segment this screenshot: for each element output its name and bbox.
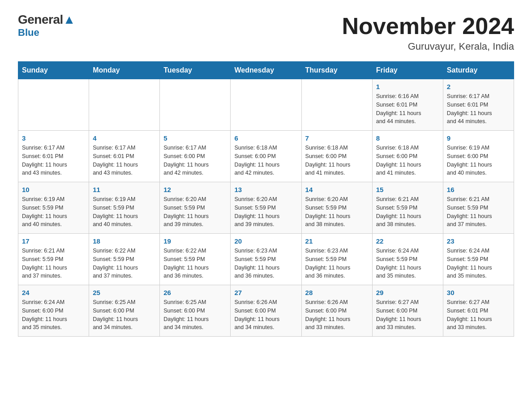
calendar-day-cell: 26Sunrise: 6:25 AM Sunset: 6:00 PM Dayli… (160, 285, 231, 337)
location-title: Guruvayur, Kerala, India (342, 41, 514, 52)
day-number: 11 (93, 186, 156, 193)
calendar-day-cell: 21Sunrise: 6:23 AM Sunset: 5:59 PM Dayli… (301, 234, 372, 285)
calendar-week-row: 24Sunrise: 6:24 AM Sunset: 6:00 PM Dayli… (18, 285, 514, 337)
day-info: Sunrise: 6:19 AM Sunset: 6:00 PM Dayligh… (447, 144, 510, 177)
header-sunday: Sunday (18, 62, 89, 79)
day-number: 17 (22, 237, 85, 245)
logo-triangle-icon: ▲ (63, 13, 75, 26)
day-info: Sunrise: 6:26 AM Sunset: 6:00 PM Dayligh… (305, 298, 369, 332)
calendar-day-cell (301, 79, 372, 131)
day-number: 6 (234, 134, 297, 142)
header-friday: Friday (372, 62, 443, 79)
day-info: Sunrise: 6:27 AM Sunset: 6:01 PM Dayligh… (447, 298, 510, 332)
day-info: Sunrise: 6:17 AM Sunset: 6:01 PM Dayligh… (22, 144, 85, 177)
calendar-week-row: 17Sunrise: 6:21 AM Sunset: 5:59 PM Dayli… (18, 234, 514, 285)
page-header: General▲ Blue November 2024 Guruvayur, K… (18, 13, 514, 52)
logo-text-general: General▲ (18, 13, 75, 26)
day-info: Sunrise: 6:20 AM Sunset: 5:59 PM Dayligh… (163, 195, 227, 229)
day-number: 1 (376, 83, 439, 90)
day-number: 23 (447, 237, 510, 245)
calendar-day-cell: 23Sunrise: 6:24 AM Sunset: 5:59 PM Dayli… (443, 234, 514, 285)
calendar-day-cell: 8Sunrise: 6:18 AM Sunset: 6:00 PM Daylig… (372, 131, 443, 182)
header-saturday: Saturday (443, 62, 514, 79)
day-number: 18 (93, 237, 156, 245)
day-number: 27 (234, 289, 297, 296)
calendar-day-cell (231, 79, 301, 131)
day-number: 22 (376, 237, 439, 245)
day-number: 10 (22, 186, 85, 193)
day-number: 26 (163, 289, 227, 296)
day-number: 29 (376, 289, 439, 296)
calendar-day-cell: 11Sunrise: 6:19 AM Sunset: 5:59 PM Dayli… (89, 182, 160, 234)
day-number: 2 (447, 83, 510, 90)
calendar-day-cell: 27Sunrise: 6:26 AM Sunset: 6:00 PM Dayli… (231, 285, 301, 337)
day-info: Sunrise: 6:25 AM Sunset: 6:00 PM Dayligh… (163, 298, 227, 332)
day-number: 14 (305, 186, 369, 193)
day-info: Sunrise: 6:17 AM Sunset: 6:01 PM Dayligh… (447, 92, 510, 126)
calendar-week-row: 10Sunrise: 6:19 AM Sunset: 5:59 PM Dayli… (18, 182, 514, 234)
header-wednesday: Wednesday (231, 62, 301, 79)
day-info: Sunrise: 6:25 AM Sunset: 6:00 PM Dayligh… (93, 298, 156, 332)
day-info: Sunrise: 6:20 AM Sunset: 5:59 PM Dayligh… (234, 195, 297, 229)
day-number: 13 (234, 186, 297, 193)
day-number: 8 (376, 134, 439, 142)
day-info: Sunrise: 6:24 AM Sunset: 5:59 PM Dayligh… (447, 247, 510, 280)
day-number: 24 (22, 289, 85, 296)
day-number: 9 (447, 134, 510, 142)
calendar-day-cell: 20Sunrise: 6:23 AM Sunset: 5:59 PM Dayli… (231, 234, 301, 285)
calendar-day-cell: 15Sunrise: 6:21 AM Sunset: 5:59 PM Dayli… (372, 182, 443, 234)
header-tuesday: Tuesday (160, 62, 231, 79)
header-monday: Monday (89, 62, 160, 79)
calendar-day-cell: 5Sunrise: 6:17 AM Sunset: 6:00 PM Daylig… (160, 131, 231, 182)
day-info: Sunrise: 6:17 AM Sunset: 6:01 PM Dayligh… (93, 144, 156, 177)
logo: General▲ Blue (18, 13, 75, 39)
day-info: Sunrise: 6:24 AM Sunset: 5:59 PM Dayligh… (376, 247, 439, 280)
weekday-header-row: Sunday Monday Tuesday Wednesday Thursday… (18, 62, 514, 79)
day-info: Sunrise: 6:27 AM Sunset: 6:00 PM Dayligh… (376, 298, 439, 332)
day-info: Sunrise: 6:26 AM Sunset: 6:00 PM Dayligh… (234, 298, 297, 332)
calendar-day-cell: 19Sunrise: 6:22 AM Sunset: 5:59 PM Dayli… (160, 234, 231, 285)
day-number: 25 (93, 289, 156, 296)
calendar-day-cell: 25Sunrise: 6:25 AM Sunset: 6:00 PM Dayli… (89, 285, 160, 337)
calendar-week-row: 3Sunrise: 6:17 AM Sunset: 6:01 PM Daylig… (18, 131, 514, 182)
calendar-day-cell: 7Sunrise: 6:18 AM Sunset: 6:00 PM Daylig… (301, 131, 372, 182)
day-info: Sunrise: 6:16 AM Sunset: 6:01 PM Dayligh… (376, 92, 439, 126)
day-info: Sunrise: 6:23 AM Sunset: 5:59 PM Dayligh… (234, 247, 297, 280)
day-info: Sunrise: 6:20 AM Sunset: 5:59 PM Dayligh… (305, 195, 369, 229)
day-number: 7 (305, 134, 369, 142)
day-number: 20 (234, 237, 297, 245)
calendar-day-cell: 22Sunrise: 6:24 AM Sunset: 5:59 PM Dayli… (372, 234, 443, 285)
day-info: Sunrise: 6:21 AM Sunset: 5:59 PM Dayligh… (22, 247, 85, 280)
calendar-day-cell: 1Sunrise: 6:16 AM Sunset: 6:01 PM Daylig… (372, 79, 443, 131)
calendar-day-cell: 29Sunrise: 6:27 AM Sunset: 6:00 PM Dayli… (372, 285, 443, 337)
day-number: 15 (376, 186, 439, 193)
day-info: Sunrise: 6:19 AM Sunset: 5:59 PM Dayligh… (22, 195, 85, 229)
day-info: Sunrise: 6:22 AM Sunset: 5:59 PM Dayligh… (93, 247, 156, 280)
day-number: 12 (163, 186, 227, 193)
calendar-day-cell: 18Sunrise: 6:22 AM Sunset: 5:59 PM Dayli… (89, 234, 160, 285)
calendar-day-cell: 12Sunrise: 6:20 AM Sunset: 5:59 PM Dayli… (160, 182, 231, 234)
day-info: Sunrise: 6:19 AM Sunset: 5:59 PM Dayligh… (93, 195, 156, 229)
header-thursday: Thursday (301, 62, 372, 79)
calendar-day-cell: 24Sunrise: 6:24 AM Sunset: 6:00 PM Dayli… (18, 285, 89, 337)
day-number: 19 (163, 237, 227, 245)
calendar-day-cell: 9Sunrise: 6:19 AM Sunset: 6:00 PM Daylig… (443, 131, 514, 182)
day-info: Sunrise: 6:17 AM Sunset: 6:00 PM Dayligh… (163, 144, 227, 177)
day-number: 3 (22, 134, 85, 142)
calendar-day-cell: 28Sunrise: 6:26 AM Sunset: 6:00 PM Dayli… (301, 285, 372, 337)
calendar-day-cell (160, 79, 231, 131)
day-info: Sunrise: 6:21 AM Sunset: 5:59 PM Dayligh… (376, 195, 439, 229)
calendar-day-cell: 6Sunrise: 6:18 AM Sunset: 6:00 PM Daylig… (231, 131, 301, 182)
day-info: Sunrise: 6:18 AM Sunset: 6:00 PM Dayligh… (234, 144, 297, 177)
calendar-day-cell (89, 79, 160, 131)
logo-text-blue: Blue (18, 27, 39, 39)
calendar-day-cell: 3Sunrise: 6:17 AM Sunset: 6:01 PM Daylig… (18, 131, 89, 182)
day-number: 16 (447, 186, 510, 193)
day-info: Sunrise: 6:18 AM Sunset: 6:00 PM Dayligh… (376, 144, 439, 177)
month-title: November 2024 (342, 13, 514, 39)
day-number: 28 (305, 289, 369, 296)
day-info: Sunrise: 6:24 AM Sunset: 6:00 PM Dayligh… (22, 298, 85, 332)
calendar-day-cell: 16Sunrise: 6:21 AM Sunset: 5:59 PM Dayli… (443, 182, 514, 234)
day-info: Sunrise: 6:21 AM Sunset: 5:59 PM Dayligh… (447, 195, 510, 229)
day-number: 21 (305, 237, 369, 245)
